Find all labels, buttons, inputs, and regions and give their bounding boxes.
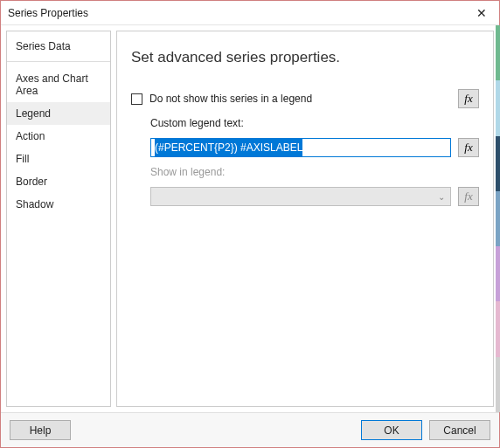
show-in-legend-combo: ⌄	[150, 187, 451, 206]
hide-in-legend-label: Do not show this series in a legend	[149, 93, 312, 105]
fx-icon: fx	[464, 92, 472, 106]
sidebar-item-legend[interactable]: Legend	[7, 102, 110, 125]
sidebar-item-label: Shadow	[16, 198, 53, 210]
sidebar-item-shadow[interactable]: Shadow	[7, 193, 110, 216]
sidebar-item-label: Axes and Chart Area	[16, 72, 88, 97]
cancel-button[interactable]: Cancel	[429, 420, 490, 440]
content-heading: Set advanced series properties.	[131, 49, 479, 66]
sidebar: Series Data Axes and Chart Area Legend A…	[6, 31, 111, 407]
ok-button[interactable]: OK	[361, 420, 422, 440]
help-button[interactable]: Help	[10, 420, 71, 440]
ok-button-label: OK	[384, 424, 399, 437]
show-in-legend-row: ⌄ fx	[131, 187, 479, 206]
chevron-down-icon: ⌄	[438, 192, 445, 202]
sidebar-item-action[interactable]: Action	[7, 125, 110, 148]
sidebar-item-series-data[interactable]: Series Data	[7, 35, 110, 62]
fx-icon: fx	[464, 190, 472, 203]
sidebar-item-label: Fill	[16, 153, 29, 165]
sidebar-item-border[interactable]: Border	[7, 170, 110, 193]
sidebar-item-label: Legend	[16, 107, 51, 120]
window-title: Series Properties	[8, 7, 464, 19]
sidebar-item-label: Action	[16, 130, 45, 142]
titlebar: Series Properties ✕	[1, 1, 499, 25]
background-edge-strip	[496, 25, 500, 412]
hide-in-legend-checkbox[interactable]	[131, 93, 142, 105]
hide-in-legend-row: Do not show this series in a legend fx	[131, 89, 479, 108]
dialog-window: Series Properties ✕ Series Data Axes and…	[0, 0, 500, 448]
fx-icon: fx	[464, 141, 472, 155]
cancel-button-label: Cancel	[443, 424, 476, 437]
custom-legend-text-input[interactable]: (#PERCENT{P2}) #AXISLABEL	[150, 138, 451, 157]
sidebar-item-label: Border	[16, 176, 47, 188]
custom-legend-text-value: (#PERCENT{P2}) #AXISLABEL	[155, 139, 302, 156]
dialog-body: Series Data Axes and Chart Area Legend A…	[1, 25, 499, 412]
custom-legend-expression-button[interactable]: fx	[458, 138, 479, 157]
close-button[interactable]: ✕	[464, 1, 499, 25]
close-icon: ✕	[476, 6, 487, 20]
sidebar-item-label: Series Data	[16, 40, 71, 52]
content-pane: Set advanced series properties. Do not s…	[116, 31, 494, 407]
sidebar-item-fill[interactable]: Fill	[7, 148, 110, 170]
help-button-label: Help	[30, 424, 52, 437]
show-in-legend-label: Show in legend:	[131, 166, 479, 178]
hide-in-legend-expression-button[interactable]: fx	[458, 89, 479, 108]
custom-legend-text-label: Custom legend text:	[131, 117, 479, 129]
sidebar-item-axes-chart-area[interactable]: Axes and Chart Area	[7, 67, 110, 102]
custom-legend-text-row: (#PERCENT{P2}) #AXISLABEL fx	[131, 138, 479, 157]
dialog-footer: Help OK Cancel	[1, 412, 499, 447]
show-in-legend-expression-button: fx	[458, 187, 479, 206]
